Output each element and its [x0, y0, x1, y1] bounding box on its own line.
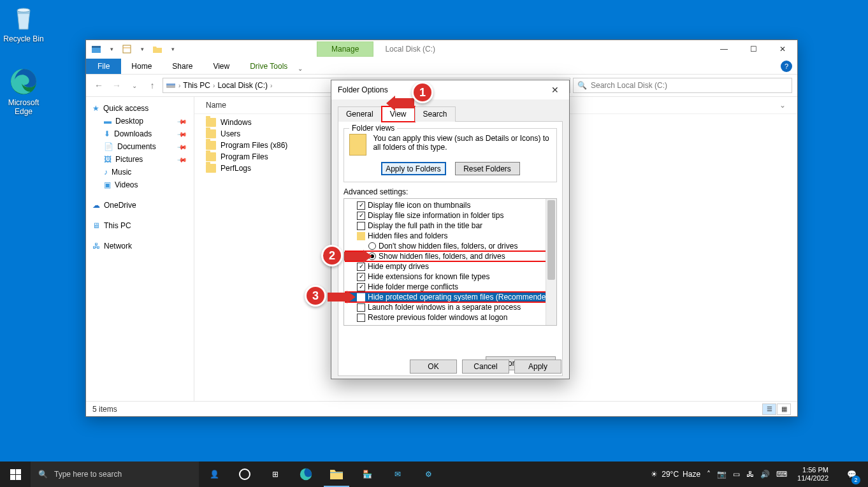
radio-icon[interactable]: [368, 252, 376, 260]
checkbox-icon[interactable]: [357, 263, 365, 271]
ribbon-collapse-icon[interactable]: ⌄: [298, 65, 303, 72]
adv-opt-hide-empty-drives[interactable]: Hide empty drives: [345, 261, 556, 272]
dialog-titlebar[interactable]: Folder Options ✕: [331, 80, 569, 99]
apply-to-folders-button[interactable]: Apply to Folders: [381, 162, 446, 175]
tray-network-icon[interactable]: 🖧: [746, 470, 754, 479]
checkbox-icon[interactable]: [357, 314, 365, 322]
sidebar-item-desktop[interactable]: ▬Desktop📌: [89, 115, 191, 127]
taskbar-task-view[interactable]: ⊞: [260, 462, 291, 487]
taskbar-item[interactable]: 👤: [199, 462, 229, 487]
help-icon[interactable]: ?: [781, 61, 792, 72]
adv-opt-full-path-titlebar[interactable]: Display the full path in the title bar: [345, 221, 556, 231]
checkbox-icon[interactable]: [357, 222, 365, 230]
ribbon-tab-share[interactable]: Share: [162, 59, 203, 74]
breadcrumb-segment[interactable]: This PC: [183, 81, 210, 90]
minimize-button[interactable]: —: [709, 40, 739, 58]
action-center-button[interactable]: 💬 2: [839, 462, 864, 487]
sidebar-item-downloads[interactable]: ⬇Downloads📌: [89, 127, 191, 140]
adv-opt-hide-extensions[interactable]: Hide extensions for known file types: [345, 272, 556, 282]
desktop-recycle-bin[interactable]: Recycle Bin: [0, 3, 47, 43]
search-box[interactable]: 🔍 Search Local Disk (C:): [573, 78, 792, 93]
chevron-right-icon[interactable]: ›: [178, 82, 180, 89]
quick-access-header[interactable]: ★ Quick access: [89, 102, 191, 115]
taskbar-weather[interactable]: ☀ 29°C Haze: [651, 470, 700, 479]
radio-icon[interactable]: [368, 242, 376, 250]
taskbar-clock[interactable]: 1:56 PM 11/4/2022: [793, 466, 832, 483]
qat-icon[interactable]: [90, 43, 103, 55]
qat-dropdown-icon[interactable]: ▾: [136, 43, 148, 55]
qat-dropdown-icon[interactable]: ▾: [105, 43, 118, 55]
tab-general[interactable]: General: [338, 106, 382, 122]
ribbon-context-manage[interactable]: Manage: [317, 41, 373, 57]
reset-folders-button[interactable]: Reset Folders: [455, 162, 520, 175]
tray-ime-icon[interactable]: ⌨: [776, 470, 787, 479]
sidebar-item-pictures[interactable]: 🖼Pictures📌: [89, 153, 191, 166]
sidebar-item-this-pc[interactable]: 🖥This PC: [89, 219, 191, 232]
ribbon-tab-view[interactable]: View: [203, 59, 240, 74]
scrollbar[interactable]: [546, 199, 556, 325]
explorer-titlebar[interactable]: ▾ ▾ ▾ Manage Local Disk (C:) — ☐ ✕: [86, 40, 797, 58]
adv-opt-display-size-tips[interactable]: Display file size information in folder …: [345, 210, 556, 221]
checkbox-icon[interactable]: [357, 283, 365, 291]
breadcrumb-segment[interactable]: Local Disk (C:): [217, 81, 268, 90]
column-name[interactable]: Name: [206, 101, 333, 110]
start-button[interactable]: [0, 462, 31, 487]
adv-opt-hide-protected-os-files[interactable]: Hide protected operating system files (R…: [345, 292, 556, 302]
checkbox-icon[interactable]: [357, 212, 365, 220]
taskbar-item[interactable]: ⚙: [413, 462, 444, 487]
taskbar-store[interactable]: 🏪: [352, 462, 382, 487]
ribbon-tab-home[interactable]: Home: [121, 59, 162, 74]
checkbox-icon[interactable]: [357, 303, 365, 312]
nav-back-icon[interactable]: ←: [91, 80, 106, 91]
ok-button[interactable]: OK: [410, 360, 457, 374]
sidebar-item-network[interactable]: 🖧Network: [89, 240, 191, 252]
view-details-icon[interactable]: ☰: [762, 403, 776, 415]
sidebar-item-videos[interactable]: ▣Videos: [89, 178, 191, 191]
qat-customize-icon[interactable]: ▾: [166, 43, 179, 55]
adv-opt-display-icon-thumbnails[interactable]: Display file icon on thumbnails: [345, 200, 556, 210]
taskbar-cortana[interactable]: [229, 462, 260, 487]
view-large-icons-icon[interactable]: ▦: [777, 403, 791, 415]
nav-recent-icon[interactable]: ⌄: [127, 82, 142, 89]
tray-chevron-icon[interactable]: ˄: [707, 470, 711, 479]
adv-opt-launch-separate-process[interactable]: Launch folder windows in a separate proc…: [345, 302, 556, 312]
cortana-icon: [239, 469, 250, 480]
qat-properties-icon[interactable]: [120, 43, 133, 55]
maximize-button[interactable]: ☐: [739, 40, 768, 58]
taskbar-explorer[interactable]: [321, 462, 352, 487]
sidebar-item-music[interactable]: ♪Music: [89, 166, 191, 178]
tray-meet-icon[interactable]: 📷: [717, 470, 727, 479]
tray-battery-icon[interactable]: ▭: [733, 470, 740, 479]
nav-up-icon[interactable]: ↑: [145, 80, 160, 91]
taskbar-search[interactable]: 🔍 Type here to search: [31, 462, 199, 487]
scrollbar-thumb[interactable]: [547, 200, 555, 280]
tray-volume-icon[interactable]: 🔊: [760, 470, 770, 479]
apply-button[interactable]: Apply: [514, 360, 561, 374]
advanced-settings-list[interactable]: Display file icon on thumbnails Display …: [344, 198, 557, 326]
checkbox-icon[interactable]: [357, 273, 365, 281]
adv-opt-hide-merge-conflicts[interactable]: Hide folder merge conflicts: [345, 282, 556, 292]
nav-forward-icon[interactable]: →: [109, 80, 124, 91]
taskbar-edge[interactable]: [291, 462, 321, 487]
tab-view[interactable]: View: [382, 106, 415, 122]
qat-folder-icon[interactable]: [151, 43, 164, 55]
ribbon-tab-drive-tools[interactable]: Drive Tools: [240, 59, 298, 74]
ribbon-tab-file[interactable]: File: [86, 59, 121, 74]
sidebar-item-onedrive[interactable]: ☁OneDrive: [89, 199, 191, 212]
desktop-edge[interactable]: Microsoft Edge: [0, 66, 47, 116]
adv-opt-restore-previous[interactable]: Restore previous folder windows at logon: [345, 312, 556, 323]
close-button[interactable]: ✕: [547, 84, 563, 96]
column-expand-icon[interactable]: ⌄: [779, 101, 786, 110]
close-button[interactable]: ✕: [768, 40, 797, 58]
downloads-icon: ⬇: [104, 129, 110, 138]
chevron-right-icon[interactable]: ›: [270, 82, 272, 89]
taskbar-mail[interactable]: ✉: [382, 462, 413, 487]
chevron-right-icon[interactable]: ›: [213, 82, 215, 89]
cancel-button[interactable]: Cancel: [462, 360, 509, 374]
adv-opt-show-hidden[interactable]: Show hidden files, folders, and drives: [345, 251, 556, 261]
checkbox-icon[interactable]: [357, 293, 365, 302]
tab-search[interactable]: Search: [415, 106, 456, 122]
sidebar-item-documents[interactable]: 📄Documents📌: [89, 140, 191, 153]
adv-opt-dont-show-hidden[interactable]: Don't show hidden files, folders, or dri…: [345, 241, 556, 251]
checkbox-icon[interactable]: [357, 201, 365, 210]
